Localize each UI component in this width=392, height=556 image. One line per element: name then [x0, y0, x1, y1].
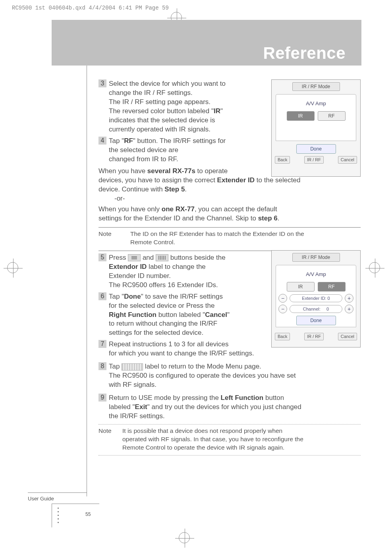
- step-number: 6: [98, 292, 106, 300]
- step-text: The IR / RF setting page appears.: [109, 98, 210, 106]
- paragraph-text: , you can accept the default: [195, 205, 277, 213]
- step-text: for which you want to change the IR/RF s…: [109, 349, 254, 357]
- mode-tab-icon: [122, 363, 143, 371]
- step-text: with RF signals.: [109, 381, 156, 388]
- step-text: The RC9500 is configured to operate the …: [109, 372, 296, 379]
- ir-button[interactable]: IR: [287, 111, 315, 121]
- step-text: and: [141, 254, 156, 261]
- step-text: currently operated with IR signals.: [109, 125, 210, 133]
- cancel-softkey[interactable]: Cancel: [338, 333, 357, 340]
- step-text: settings for the selected device.: [109, 329, 203, 336]
- bold-text: Extendor ID: [109, 263, 147, 270]
- plus-icon: [156, 254, 168, 261]
- step-text: the IR/RF settings.: [109, 412, 165, 420]
- page-number: 55: [85, 512, 91, 517]
- device-name-label: A/V Amp: [278, 100, 353, 107]
- step-4: 4 Tap "RF" button. The IR/RF settings fo…: [98, 137, 265, 164]
- step-8: 8 Tap label to return to the Mode Menu p…: [98, 362, 361, 390]
- step-text: Select the device for which you want to: [109, 80, 226, 87]
- bold-text: one RX-77: [162, 205, 195, 213]
- paragraph-text: devices, you have to assign the correct: [98, 176, 217, 184]
- footer-rule: [52, 504, 52, 527]
- step-3: 3 Select the device for which you want t…: [98, 79, 265, 134]
- step-number: 7: [98, 340, 106, 348]
- rf-button[interactable]: RF: [318, 282, 346, 292]
- minus-button[interactable]: −: [278, 294, 287, 303]
- rf-button[interactable]: RF: [318, 111, 346, 121]
- back-softkey[interactable]: Back: [275, 333, 290, 340]
- step-text: Return to USE mode by pressing the: [109, 394, 221, 402]
- paragraph-text: device. Continue with: [98, 185, 164, 193]
- screen-tab: IR / RF Mode: [292, 82, 340, 91]
- note-text: It is possible that a device does not re…: [122, 427, 282, 434]
- or-separator: -or-: [114, 194, 361, 203]
- note-text: Remote Control to operate the device wit…: [122, 444, 284, 451]
- registration-mark-icon: [7, 262, 23, 278]
- plus-button[interactable]: +: [345, 294, 353, 303]
- step-text: Tap ": [109, 293, 124, 300]
- plus-button[interactable]: +: [345, 305, 353, 313]
- main-content: IR / RF Mode A/V Amp IR RF Done Back IR …: [98, 79, 361, 458]
- minus-button[interactable]: −: [278, 305, 287, 313]
- step-text: " to save the IR/RF settings: [141, 293, 223, 300]
- paragraph-text: to operate: [195, 167, 228, 175]
- step-number: 3: [98, 79, 106, 87]
- note-text: Remote Control.: [130, 239, 175, 245]
- note-1: Note The ID on the RF Extender has to ma…: [98, 230, 361, 247]
- footer-dots-icon: [58, 508, 59, 523]
- registration-mark-icon: [369, 262, 385, 278]
- step-text: button labeled ": [156, 311, 205, 319]
- irrf-softkey[interactable]: IR / RF: [304, 156, 324, 164]
- step-number: 4: [98, 137, 106, 145]
- step-6: 6 Tap "Done" to save the IR/RF settings …: [98, 292, 265, 338]
- note-text: The ID on the RF Extender has to match t…: [130, 230, 304, 237]
- print-header: RC9500 1st 040604b.qxd 4/4/2004 6:41 PM …: [12, 5, 169, 11]
- step-number: 5: [98, 253, 106, 261]
- divider: [98, 455, 361, 456]
- bold-text: Extender ID: [217, 176, 255, 184]
- bold-text: several RX-77s: [147, 167, 195, 175]
- rf-label: RF: [124, 137, 133, 145]
- ir-label: IR: [214, 107, 220, 115]
- note-text: operated with RF signals. In that case, …: [122, 436, 303, 442]
- device-name-label: A/V Amp: [278, 271, 353, 278]
- ir-button[interactable]: IR: [287, 282, 315, 292]
- step-text: ": [220, 107, 223, 115]
- step-text: " and try out the devices for which you …: [147, 403, 301, 411]
- screen-panel: A/V Amp IR RF: [276, 94, 356, 141]
- bold-text: Left Function: [221, 394, 264, 402]
- step-text: Extender ID number.: [109, 272, 171, 280]
- screen-panel: A/V Amp IR RF − Extender ID: 0 + − Chann…: [276, 265, 356, 327]
- user-guide-label: User Guide: [28, 496, 54, 502]
- step-9: 9 Return to USE mode by pressing the Lef…: [98, 394, 361, 421]
- step-text: Tap: [109, 363, 122, 370]
- step-text: buttons beside the: [168, 254, 226, 261]
- bold-text: Done: [124, 293, 141, 300]
- done-button[interactable]: Done: [296, 144, 336, 154]
- back-softkey[interactable]: Back: [275, 156, 290, 164]
- paragraph-text: .: [278, 214, 280, 222]
- header-banner: Reference: [52, 20, 361, 66]
- bold-text: Step 5: [164, 185, 185, 193]
- footer-rule: [28, 492, 87, 493]
- channel-field: Channel: 0: [290, 305, 342, 313]
- irrf-softkey[interactable]: IR / RF: [304, 333, 324, 340]
- step-text: indicates that the selected device is: [109, 116, 215, 124]
- step-text: change the IR / RF settings.: [109, 89, 193, 97]
- divider: [98, 424, 361, 425]
- step-text: the selected device are: [109, 146, 178, 154]
- step-text: The RC9500 offers 16 Extender IDs.: [109, 281, 218, 289]
- cancel-softkey[interactable]: Cancel: [338, 156, 357, 164]
- note-label: Note: [98, 230, 130, 247]
- step-text: labeled ": [109, 403, 135, 411]
- bold-text: step 6: [258, 214, 278, 222]
- step-text: for the selected device or Press the: [109, 302, 214, 309]
- step-text: Tap ": [109, 137, 124, 145]
- step-text: The reversed color button labeled ": [109, 107, 214, 115]
- bold-text: Exit: [135, 403, 147, 411]
- vertical-rule: [87, 66, 87, 496]
- done-button[interactable]: Done: [296, 316, 336, 325]
- note-label: Note: [98, 427, 122, 452]
- page-title: Reference: [263, 44, 346, 63]
- minus-icon: [128, 254, 141, 261]
